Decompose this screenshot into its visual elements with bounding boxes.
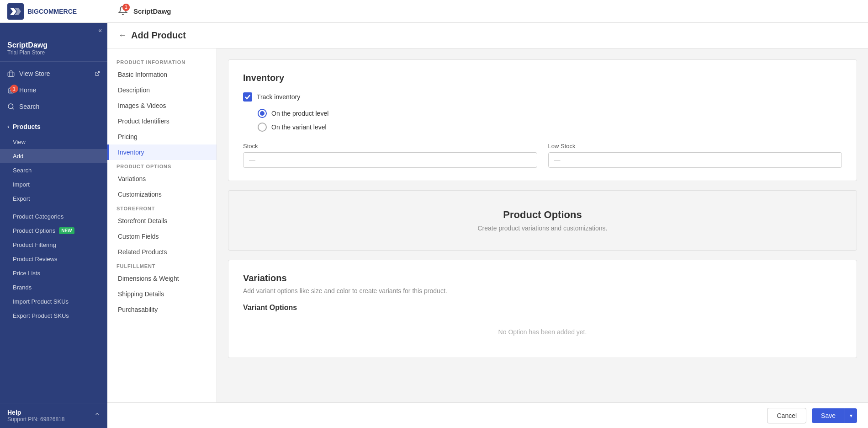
radio-product-level[interactable]: On the product level	[258, 109, 842, 118]
tracking-options-group: On the product level On the variant leve…	[258, 109, 842, 132]
left-nav-shipping-details[interactable]: Shipping Details	[107, 286, 217, 302]
left-nav-product-identifiers[interactable]: Product Identifiers	[107, 113, 217, 129]
radio-product-level-button[interactable]	[258, 109, 267, 118]
sidebar-item-view-store-label: View Store	[19, 70, 50, 77]
left-nav-custom-fields[interactable]: Custom Fields	[107, 229, 217, 244]
radio-variant-level-label: On the variant level	[271, 123, 327, 131]
home-badge: 1	[10, 85, 18, 93]
low-stock-field: Low Stock	[548, 143, 842, 168]
variations-title: Variations	[243, 273, 842, 284]
sidebar-catalog-section: Product Categories Product Options NEW P…	[0, 206, 107, 323]
radio-variant-level[interactable]: On the variant level	[258, 123, 842, 132]
stock-fields-row: Stock Low Stock	[243, 143, 842, 168]
track-inventory-checkbox[interactable]	[243, 92, 252, 102]
sidebar-item-export-skus[interactable]: Export Product SKUs	[0, 309, 107, 323]
sidebar-item-product-options[interactable]: Product Options NEW	[0, 224, 107, 238]
sidebar-item-import-skus[interactable]: Import Product SKUs	[0, 294, 107, 309]
sidebar-products-view[interactable]: View	[0, 135, 107, 149]
svg-rect-3	[8, 72, 14, 76]
sidebar-products-import[interactable]: Import	[0, 177, 107, 192]
left-nav-storefront-details[interactable]: Storefront Details	[107, 213, 217, 229]
inventory-title: Inventory	[243, 73, 842, 83]
sidebar-footer: Help Support PIN: 69826818 ⌃	[0, 403, 107, 428]
sidebar-item-product-filtering[interactable]: Product Filtering	[0, 238, 107, 252]
logo-area: BIGCOMMERCE	[7, 3, 112, 20]
topbar-right: 1 ScriptDawg	[118, 5, 861, 17]
search-icon	[7, 103, 15, 110]
sidebar-item-product-reviews[interactable]: Product Reviews	[0, 252, 107, 266]
left-nav-customizations[interactable]: Customizations	[107, 187, 217, 202]
sidebar-help-label: Help	[7, 409, 64, 416]
stock-label: Stock	[243, 143, 537, 150]
sidebar-item-search[interactable]: Search	[0, 98, 107, 115]
stock-input[interactable]	[243, 152, 537, 168]
save-dropdown-button[interactable]: ▾	[845, 408, 857, 423]
new-badge: NEW	[59, 227, 74, 234]
save-dropdown-icon: ▾	[850, 412, 852, 419]
svg-line-6	[12, 108, 14, 109]
left-nav-variations[interactable]: Variations	[107, 171, 217, 187]
product-options-section: Product Options Create product variation…	[228, 190, 857, 251]
left-nav-section-product-info: PRODUCT INFORMATION	[107, 56, 217, 67]
low-stock-label: Low Stock	[548, 143, 842, 150]
notification-bell[interactable]: 1	[118, 5, 128, 17]
sidebar-products-export[interactable]: Export	[0, 192, 107, 206]
no-option-message: No Option has been added yet.	[243, 319, 842, 345]
left-nav-pricing[interactable]: Pricing	[107, 129, 217, 144]
topbar-store-name: ScriptDawg	[133, 7, 171, 15]
sidebar-item-home[interactable]: Home 1	[0, 82, 107, 98]
left-nav-basic-info[interactable]: Basic Information	[107, 67, 217, 82]
left-nav-description[interactable]: Description	[107, 82, 217, 98]
product-options-subtitle: Create product variations and customizat…	[243, 225, 842, 232]
bottom-bar: Cancel Save ▾	[107, 402, 868, 428]
sidebar-products-section: ‹ Products View Add Search Import Export	[0, 118, 107, 206]
sidebar-item-search-label: Search	[19, 103, 39, 110]
left-nav: PRODUCT INFORMATION Basic Information De…	[107, 48, 217, 402]
external-link-icon	[95, 71, 100, 76]
sidebar-products-header[interactable]: ‹ Products	[0, 118, 107, 135]
left-nav-images-videos[interactable]: Images & Videos	[107, 98, 217, 113]
sidebar-item-brands[interactable]: Brands	[0, 280, 107, 294]
back-button[interactable]: ←	[118, 31, 127, 40]
sidebar-footer-expand-icon[interactable]: ⌃	[94, 412, 100, 420]
left-nav-purchasability[interactable]: Purchasability	[107, 302, 217, 317]
page-title: Add Product	[131, 30, 186, 41]
main-layout: « ScriptDawg Trial Plan Store View Store…	[0, 23, 868, 428]
radio-product-level-inner	[260, 111, 265, 116]
left-nav-dimensions-weight[interactable]: Dimensions & Weight	[107, 271, 217, 286]
svg-line-4	[97, 72, 100, 75]
sidebar-item-price-lists[interactable]: Price Lists	[0, 266, 107, 280]
sidebar-header: ScriptDawg Trial Plan Store	[0, 34, 107, 62]
sidebar-item-view-store[interactable]: View Store	[0, 65, 107, 82]
inventory-card: Inventory Track inventory	[228, 59, 857, 181]
sidebar-products-search[interactable]: Search	[0, 163, 107, 177]
page-body: PRODUCT INFORMATION Basic Information De…	[107, 48, 868, 402]
sidebar-collapse-button[interactable]: «	[98, 27, 102, 34]
left-nav-inventory[interactable]: Inventory	[107, 144, 217, 160]
checkmark-icon	[244, 94, 251, 100]
sidebar-item-product-categories[interactable]: Product Categories	[0, 209, 107, 224]
radio-variant-level-button[interactable]	[258, 123, 267, 132]
low-stock-input[interactable]	[548, 152, 842, 168]
sidebar-support-pin: Support PIN: 69826818	[7, 416, 64, 423]
sidebar-products-add[interactable]: Add	[0, 149, 107, 163]
variations-card: Variations Add variant options like size…	[228, 260, 857, 358]
sidebar-products-title: Products	[13, 123, 41, 130]
save-button[interactable]: Save	[812, 408, 845, 423]
sidebar-store-name: ScriptDawg	[7, 41, 100, 49]
form-area: Inventory Track inventory	[217, 48, 868, 402]
track-inventory-row: Track inventory	[243, 92, 842, 102]
topbar: BIGCOMMERCE 1 ScriptDawg	[0, 0, 868, 23]
sidebar-store-type: Trial Plan Store	[7, 49, 100, 56]
page-header: ← Add Product	[107, 23, 868, 48]
track-inventory-label: Track inventory	[257, 93, 300, 101]
left-nav-section-fulfillment: FULFILLMENT	[107, 260, 217, 271]
left-nav-section-product-options: PRODUCT OPTIONS	[107, 160, 217, 171]
sidebar-item-home-label: Home	[19, 86, 36, 94]
product-options-title: Product Options	[243, 209, 842, 221]
left-nav-related-products[interactable]: Related Products	[107, 244, 217, 260]
svg-point-5	[8, 104, 13, 109]
radio-product-level-label: On the product level	[271, 110, 328, 117]
cancel-button[interactable]: Cancel	[767, 408, 806, 423]
save-button-group: Save ▾	[812, 408, 857, 423]
